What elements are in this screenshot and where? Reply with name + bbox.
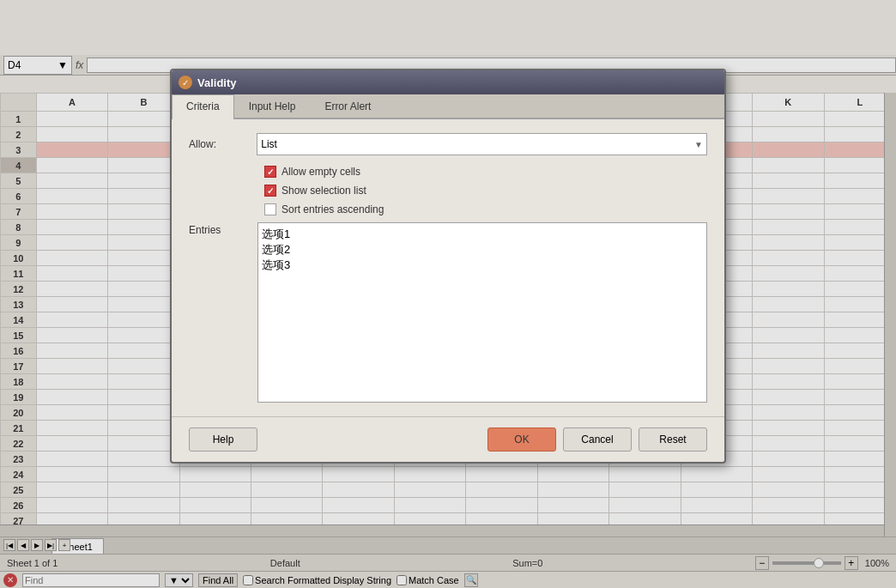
show-selection-row: ✓ Show selection list bbox=[264, 185, 707, 197]
entries-textarea[interactable] bbox=[257, 222, 707, 403]
sort-entries-row: Sort entries ascending bbox=[264, 203, 707, 215]
tab-criteria[interactable]: Criteria bbox=[172, 94, 234, 119]
dialog-tabs: Criteria Input Help Error Alert bbox=[172, 94, 724, 119]
show-selection-checkbox[interactable]: ✓ bbox=[264, 185, 276, 197]
show-selection-label: Show selection list bbox=[282, 185, 366, 197]
dialog-icon: ✓ bbox=[179, 76, 192, 89]
dialog-titlebar: ✓ Validity bbox=[172, 70, 724, 94]
allow-empty-check-icon: ✓ bbox=[267, 167, 274, 177]
allow-arrow: ▼ bbox=[694, 140, 703, 149]
tab-error-alert[interactable]: Error Alert bbox=[310, 94, 385, 118]
reset-button[interactable]: Reset bbox=[639, 427, 707, 452]
sort-entries-label: Sort entries ascending bbox=[282, 203, 384, 215]
validity-dialog: ✓ Validity Criteria Input Help Error Ale… bbox=[170, 69, 726, 464]
show-selection-check-icon: ✓ bbox=[267, 186, 274, 196]
sort-entries-checkbox[interactable] bbox=[264, 203, 276, 215]
dialog-content: Allow: List ▼ ✓ Allow empty cells ✓ Show… bbox=[172, 119, 724, 416]
allow-empty-row: ✓ Allow empty cells bbox=[264, 166, 707, 178]
dialog-footer: Help OK Cancel Reset bbox=[172, 416, 724, 462]
entries-row: Entries bbox=[189, 222, 707, 403]
tab-input-help[interactable]: Input Help bbox=[234, 94, 311, 118]
allow-label: Allow: bbox=[189, 138, 257, 150]
entries-label: Entries bbox=[189, 222, 257, 403]
allow-value: List bbox=[261, 138, 277, 150]
allow-select[interactable]: List ▼ bbox=[257, 133, 707, 155]
dialog-title: Validity bbox=[197, 76, 237, 89]
allow-empty-checkbox[interactable]: ✓ bbox=[264, 166, 276, 178]
modal-overlay: ✓ Validity Criteria Input Help Error Ale… bbox=[0, 0, 896, 588]
allow-empty-label: Allow empty cells bbox=[282, 166, 360, 178]
allow-row: Allow: List ▼ bbox=[189, 133, 707, 155]
cancel-button[interactable]: Cancel bbox=[563, 427, 632, 452]
help-button[interactable]: Help bbox=[189, 427, 257, 452]
ok-button[interactable]: OK bbox=[487, 427, 556, 452]
